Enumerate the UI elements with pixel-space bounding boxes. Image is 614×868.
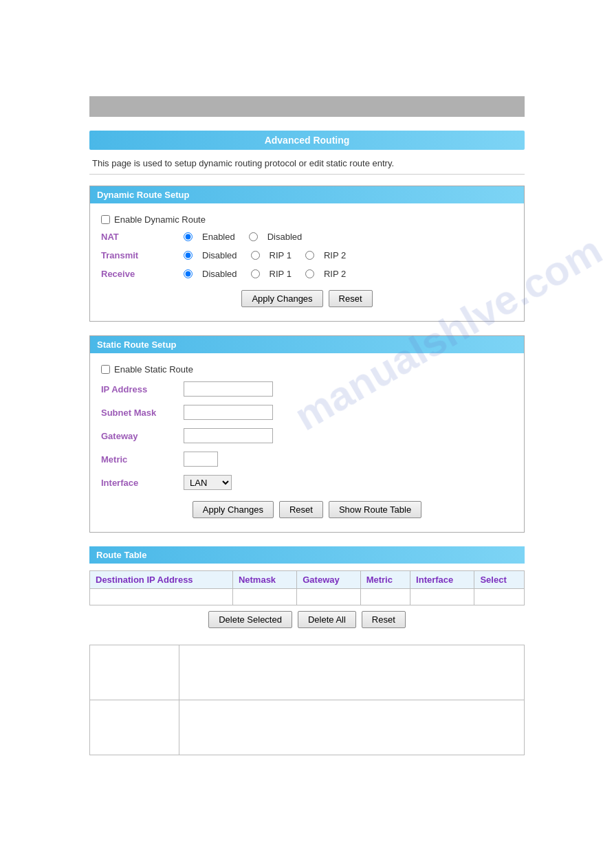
ip-address-row: IP Address <box>90 379 524 399</box>
enable-dynamic-route-label: Enable Dynamic Route <box>114 214 206 225</box>
col-netmask: Netmask <box>232 571 296 589</box>
ip-address-input[interactable] <box>184 381 273 397</box>
gateway-label: Gateway <box>101 431 184 441</box>
transmit-rip2-radio[interactable] <box>305 251 314 260</box>
receive-rip2-label: RIP 2 <box>324 269 346 279</box>
interface-label: Interface <box>101 478 184 488</box>
static-route-button-row: Apply Changes Reset Show Route Table <box>90 496 524 524</box>
receive-rip2-radio[interactable] <box>305 269 314 278</box>
bottom-table-row-2 <box>90 700 525 755</box>
subnet-mask-input[interactable] <box>184 405 273 420</box>
nat-controls: Enabled Disabled <box>184 232 307 242</box>
enable-static-route-row: Enable Static Route <box>90 360 524 379</box>
static-apply-button[interactable]: Apply Changes <box>193 501 274 518</box>
col-select: Select <box>474 571 525 589</box>
gateway-input[interactable] <box>184 428 273 443</box>
nat-enabled-label: Enabled <box>202 232 235 242</box>
receive-disabled-label: Disabled <box>202 269 237 279</box>
metric-input[interactable] <box>184 452 218 467</box>
dynamic-route-title: Dynamic Route Setup <box>90 186 524 203</box>
col-gateway: Gateway <box>297 571 360 589</box>
nat-enabled-radio[interactable] <box>184 232 193 241</box>
interface-row: Interface LAN WAN <box>90 472 524 493</box>
receive-rip1-radio[interactable] <box>251 269 260 278</box>
enable-dynamic-route-checkbox[interactable] <box>101 215 110 224</box>
col-destination-ip: Destination IP Address <box>90 571 233 589</box>
interface-select[interactable]: LAN WAN <box>184 475 232 490</box>
col-metric: Metric <box>360 571 410 589</box>
dynamic-route-section: Dynamic Route Setup Enable Dynamic Route… <box>89 186 525 322</box>
static-route-section: Static Route Setup Enable Static Route I… <box>89 335 525 533</box>
page-title-bar: Advanced Routing <box>89 131 525 150</box>
divider <box>89 174 525 175</box>
table-row <box>90 589 525 605</box>
route-table-button-row: Delete Selected Delete All Reset <box>89 605 525 634</box>
receive-disabled-radio[interactable] <box>184 269 193 278</box>
delete-all-button[interactable]: Delete All <box>298 611 356 628</box>
nat-disabled-label: Disabled <box>267 232 303 242</box>
dynamic-reset-button[interactable]: Reset <box>329 290 373 307</box>
nat-label: NAT <box>101 232 184 242</box>
col-interface: Interface <box>410 571 474 589</box>
bottom-table-row-1 <box>90 645 525 700</box>
transmit-rip1-label: RIP 1 <box>270 250 292 260</box>
transmit-rip2-label: RIP 2 <box>324 250 346 260</box>
route-table-section: Route Table Destination IP Address Netma… <box>89 546 525 634</box>
transmit-controls: Disabled RIP 1 RIP 2 <box>184 250 351 260</box>
nat-disabled-radio[interactable] <box>249 232 258 241</box>
receive-controls: Disabled RIP 1 RIP 2 <box>184 269 351 279</box>
bottom-table-right-1 <box>179 645 525 700</box>
transmit-rip1-radio[interactable] <box>251 251 260 260</box>
bottom-table <box>89 645 525 755</box>
dynamic-apply-button[interactable]: Apply Changes <box>241 290 322 307</box>
route-table-header-row: Destination IP Address Netmask Gateway M… <box>90 571 525 589</box>
enable-dynamic-route-row: Enable Dynamic Route <box>90 210 524 229</box>
delete-selected-button[interactable]: Delete Selected <box>208 611 292 628</box>
bottom-table-right-2 <box>179 700 525 755</box>
static-route-title: Static Route Setup <box>90 336 524 353</box>
metric-label: Metric <box>101 454 184 465</box>
static-reset-button[interactable]: Reset <box>279 501 323 518</box>
dynamic-route-button-row: Apply Changes Reset <box>90 285 524 313</box>
enable-static-route-label: Enable Static Route <box>114 364 193 375</box>
transmit-disabled-radio[interactable] <box>184 251 193 260</box>
top-bar <box>89 96 525 117</box>
ip-address-label: IP Address <box>101 384 184 394</box>
transmit-disabled-label: Disabled <box>202 250 237 260</box>
bottom-table-left-1 <box>90 645 179 700</box>
page-description: This page is used to setup dynamic routi… <box>89 158 525 168</box>
main-content: Advanced Routing This page is used to se… <box>89 131 525 755</box>
transmit-label: Transmit <box>101 250 184 260</box>
subnet-mask-label: Subnet Mask <box>101 408 184 418</box>
route-table-reset-button[interactable]: Reset <box>362 611 406 628</box>
route-table-body <box>90 589 525 605</box>
enable-static-route-checkbox[interactable] <box>101 365 110 374</box>
receive-label: Receive <box>101 269 184 279</box>
route-table: Destination IP Address Netmask Gateway M… <box>89 570 525 605</box>
receive-row: Receive Disabled RIP 1 RIP 2 <box>90 266 524 282</box>
page-title: Advanced Routing <box>265 135 350 146</box>
bottom-table-left-2 <box>90 700 179 755</box>
nat-row: NAT Enabled Disabled <box>90 229 524 245</box>
route-table-title: Route Table <box>89 546 525 564</box>
show-route-table-button[interactable]: Show Route Table <box>329 501 421 518</box>
transmit-row: Transmit Disabled RIP 1 RIP 2 <box>90 247 524 263</box>
receive-rip1-label: RIP 1 <box>270 269 292 279</box>
gateway-row: Gateway <box>90 425 524 446</box>
subnet-mask-row: Subnet Mask <box>90 402 524 423</box>
metric-row: Metric <box>90 449 524 469</box>
